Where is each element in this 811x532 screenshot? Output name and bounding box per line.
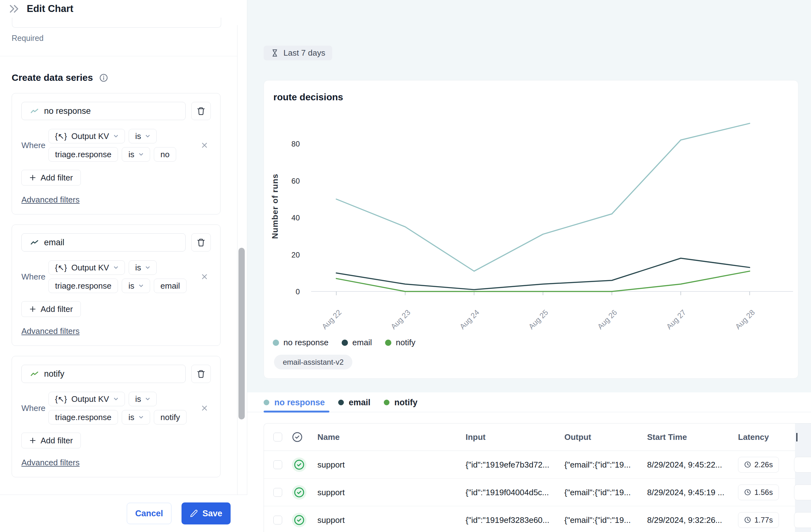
svg-text:20: 20 <box>291 251 300 259</box>
filter-value-pill[interactable]: no <box>154 147 176 162</box>
tab-notify[interactable]: notify <box>384 398 418 407</box>
line-series-icon <box>31 108 39 114</box>
series-name-input[interactable]: notify <box>21 365 186 383</box>
svg-text:60: 60 <box>291 177 300 185</box>
filter-field-pill[interactable]: {↖} Output KV <box>48 392 125 406</box>
row-checkbox[interactable] <box>273 460 282 469</box>
table-row[interactable]: support {"id":"1919f04004d5c... {"email"… <box>264 479 811 506</box>
advanced-filters-link[interactable]: Advanced filters <box>21 326 80 336</box>
filter-key-pill[interactable]: triage.response <box>48 279 118 293</box>
success-status-icon <box>292 485 306 500</box>
collapse-panel-icon[interactable] <box>9 3 20 14</box>
chevron-down-icon <box>139 284 143 287</box>
svg-text:Aug 25: Aug 25 <box>527 308 550 331</box>
runs-table: Name Input Output Start Time Latency sup… <box>264 423 811 532</box>
column-header-input[interactable]: Input <box>465 432 560 442</box>
legend-item[interactable]: no response <box>273 338 328 347</box>
run-name[interactable]: support <box>318 515 345 525</box>
info-icon[interactable] <box>100 74 108 82</box>
tabs-divider <box>247 412 811 412</box>
plus-icon <box>29 437 36 444</box>
filter-field-pill[interactable]: {↖} Output KV <box>48 260 125 275</box>
row-checkbox[interactable] <box>273 516 282 525</box>
remove-filter-button[interactable] <box>198 139 211 152</box>
column-header-output[interactable]: Output <box>564 432 643 442</box>
filter-value-pill[interactable]: notify <box>154 410 186 424</box>
tab-dot <box>264 400 269 405</box>
add-filter-button[interactable]: Add filter <box>21 170 81 186</box>
delete-series-button[interactable] <box>191 102 211 120</box>
column-header-start-time[interactable]: Start Time <box>647 432 734 442</box>
chevron-down-icon <box>139 416 143 419</box>
run-input: {"id":"1919efe7b3d72... <box>465 460 560 469</box>
series-name-input[interactable]: email <box>21 233 186 252</box>
legend-item[interactable]: email <box>342 338 372 347</box>
time-range-chip[interactable]: Last 7 days <box>264 46 332 60</box>
tab-dot <box>384 400 389 405</box>
latency-badge: 1.56s <box>738 485 779 500</box>
series-name-input[interactable]: no response <box>21 102 186 120</box>
run-name[interactable]: support <box>318 460 345 469</box>
trash-icon <box>197 238 205 247</box>
tab-no-response[interactable]: no response <box>264 398 325 407</box>
select-all-checkbox[interactable] <box>273 433 282 441</box>
remove-filter-button[interactable] <box>198 402 211 414</box>
row-checkbox[interactable] <box>273 488 282 497</box>
filter-key-pill[interactable]: triage.response <box>48 147 118 162</box>
tab-email[interactable]: email <box>338 398 371 407</box>
cutoff-badge <box>794 457 811 473</box>
svg-text:Aug 28: Aug 28 <box>734 308 756 331</box>
chart-preview-region: Last 7 days route decisions Aug 22Aug 23… <box>247 0 811 532</box>
clock-icon <box>744 516 751 523</box>
panel-scrollbar[interactable] <box>239 248 245 420</box>
delete-series-button[interactable] <box>191 365 211 383</box>
add-filter-button[interactable]: Add filter <box>21 301 81 317</box>
filter-operator-pill[interactable]: is <box>129 129 157 143</box>
column-header-name[interactable]: Name <box>318 432 340 442</box>
results-section: no response email notify <box>247 392 811 532</box>
advanced-filters-link[interactable]: Advanced filters <box>21 458 80 468</box>
filter-value-pill[interactable]: email <box>154 279 186 293</box>
run-output: {"email":{"id":"19... <box>564 515 643 525</box>
status-column-icon[interactable] <box>292 432 303 442</box>
table-row[interactable]: support {"id":"1919ef3283e60... {"email"… <box>264 506 811 532</box>
filter-key-operator-pill[interactable]: is <box>122 147 150 162</box>
cutoff-badge <box>794 485 811 500</box>
filter-field-pill[interactable]: {↖} Output KV <box>48 129 125 143</box>
data-series-card: no response Where {↖} Output KV <box>12 93 220 215</box>
filter-key-operator-pill[interactable]: is <box>122 279 150 293</box>
section-title: Create data series <box>12 72 93 83</box>
svg-text:40: 40 <box>291 214 300 222</box>
filter-operator-pill[interactable]: is <box>129 260 157 275</box>
where-label: Where <box>21 403 48 413</box>
column-header-latency[interactable]: Latency <box>738 432 769 442</box>
add-filter-button[interactable]: Add filter <box>21 433 81 448</box>
filter-key-pill[interactable]: triage.response <box>48 410 118 424</box>
run-name[interactable]: support <box>318 487 345 497</box>
filter-key-operator-pill[interactable]: is <box>122 410 150 424</box>
chart-legend: no response email notify <box>273 338 415 347</box>
chevron-down-icon <box>139 153 143 156</box>
chart-name-input-cutoff[interactable] <box>12 18 221 28</box>
plus-icon <box>29 174 36 181</box>
legend-item[interactable]: notify <box>385 338 415 347</box>
data-series-card: notify Where {↖} Output KV <box>12 356 220 477</box>
panel-scroll-area: Required Create data series no response <box>0 18 237 495</box>
remove-filter-button[interactable] <box>198 270 211 283</box>
series-tabs: no response email notify <box>264 396 417 409</box>
dataset-tag[interactable]: email-assistant-v2 <box>274 355 352 370</box>
page-title: Edit Chart <box>27 3 73 14</box>
table-row[interactable]: support {"id":"1919efe7b3d72... {"email"… <box>264 451 811 479</box>
series-name-value: no response <box>44 106 91 116</box>
advanced-filters-link[interactable]: Advanced filters <box>21 195 80 205</box>
save-button[interactable]: Save <box>182 502 231 525</box>
svg-text:Number of runs: Number of runs <box>270 174 280 239</box>
cutoff-column-fragment <box>796 433 797 441</box>
legend-dot <box>385 340 391 346</box>
cancel-button[interactable]: Cancel <box>127 503 171 524</box>
close-icon <box>201 142 208 149</box>
line-series-icon <box>31 239 39 245</box>
plus-icon <box>29 306 36 313</box>
filter-operator-pill[interactable]: is <box>129 392 157 406</box>
delete-series-button[interactable] <box>191 233 211 252</box>
